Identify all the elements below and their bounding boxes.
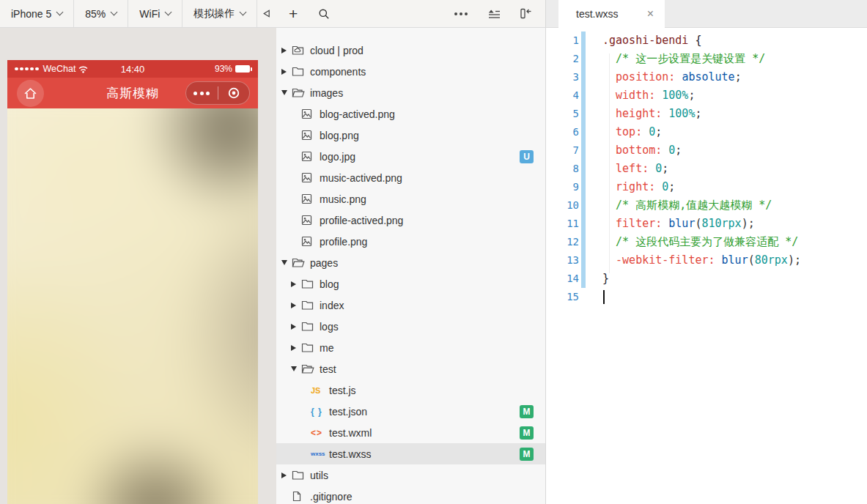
modified-line-indicator <box>581 50 586 68</box>
tree-item-label: logs <box>320 321 339 333</box>
tree-item-logs[interactable]: logs <box>276 316 545 337</box>
simulate-action-select[interactable]: 模拟操作 <box>182 0 257 27</box>
wxss-icon: wxss <box>311 451 329 457</box>
capsule-menu <box>185 81 250 105</box>
folder-icon <box>292 470 310 481</box>
tree-item--gitignore[interactable]: .gitignore <box>276 486 545 504</box>
tree-item-test-wxss[interactable]: wxsstest.wxssM <box>276 443 545 464</box>
more-button[interactable] <box>454 12 468 15</box>
modified-line-indicator <box>581 105 586 123</box>
device-select[interactable]: iPhone 5 <box>0 0 74 27</box>
signal-dots-icon <box>15 67 39 71</box>
js-icon: JS <box>311 386 329 395</box>
home-icon <box>23 87 37 100</box>
tree-item-pages[interactable]: pages <box>276 252 545 273</box>
file-icon <box>292 491 310 502</box>
zoom-select[interactable]: 85% <box>74 0 128 27</box>
folder-icon <box>301 278 320 289</box>
tree-item-label: profile-actived.png <box>320 215 403 226</box>
tree-item-profile-actived-png[interactable]: profile-actived.png <box>276 210 545 231</box>
tab-test-wxss[interactable]: test.wxss × <box>558 0 665 28</box>
line-number: 4 <box>546 86 579 105</box>
tree-item-label: .gitignore <box>310 491 353 503</box>
line-number: 7 <box>546 141 579 160</box>
folder-open-icon <box>292 87 310 98</box>
app-viewport-blurred-image[interactable] <box>7 108 258 504</box>
editor-tabbar: test.wxss × <box>546 0 867 28</box>
tree-item-test-js[interactable]: JStest.js <box>276 379 545 401</box>
modified-line-indicator <box>581 141 586 160</box>
cloud-folder-icon <box>292 45 310 56</box>
git-status-badge: U <box>520 150 534 163</box>
tree-item-label: blog-actived.png <box>320 108 395 120</box>
chevron-right-icon <box>281 69 287 75</box>
device-toolbar: iPhone 5 85% WiFi 模拟操作 <box>0 0 276 28</box>
line-number: 9 <box>546 178 579 196</box>
folder-icon <box>292 66 310 77</box>
home-button[interactable] <box>17 80 44 107</box>
folder-icon <box>301 342 320 353</box>
image-icon <box>301 215 320 226</box>
gaussian-blur-image <box>7 108 258 504</box>
code-line: right: 0; <box>602 178 675 196</box>
chevron-right-icon <box>291 345 296 351</box>
tree-item-label: test <box>320 363 336 375</box>
code-editor[interactable]: 1.gaoshi-bendi {2 /* 这一步设置是关键设置 */3 posi… <box>546 28 867 504</box>
code-line: top: 0; <box>602 123 662 141</box>
folder-open-icon <box>301 363 320 374</box>
tree-item-utils[interactable]: utils <box>276 464 545 486</box>
clock-label: 14:40 <box>121 64 145 75</box>
tree-item-label: test.wxss <box>329 448 372 460</box>
tree-item-blog-png[interactable]: blog.png <box>276 125 545 146</box>
tree-item-cloud-prod[interactable]: cloud | prod <box>276 40 545 61</box>
tree-item-music-png[interactable]: music.png <box>276 188 545 210</box>
collapse-all-button[interactable] <box>488 9 501 19</box>
collapse-panel-button[interactable] <box>520 8 532 19</box>
xml-icon: <> <box>311 428 329 438</box>
code-line: height: 100%; <box>602 105 701 123</box>
modified-line-indicator <box>581 86 586 105</box>
tree-item-label: index <box>320 300 344 311</box>
modified-line-indicator <box>581 251 586 270</box>
tree-item-images[interactable]: images <box>276 82 545 103</box>
chevron-right-icon <box>291 324 296 330</box>
tree-item-label: logo.jpg <box>320 151 355 163</box>
more-dots-button[interactable] <box>186 92 218 95</box>
tree-item-me[interactable]: me <box>276 337 545 358</box>
add-file-button[interactable]: + <box>289 6 298 21</box>
tree-item-index[interactable]: index <box>276 294 545 316</box>
chevron-down-icon <box>240 9 247 16</box>
tree-item-components[interactable]: components <box>276 61 545 82</box>
line-number: 15 <box>546 288 579 306</box>
image-icon <box>301 193 320 204</box>
line-number: 8 <box>546 160 579 178</box>
search-button[interactable] <box>318 8 330 20</box>
tree-item-test[interactable]: test <box>276 358 545 379</box>
tree-item-blog[interactable]: blog <box>276 273 545 294</box>
tree-item-label: me <box>320 342 333 354</box>
chevron-down-icon <box>111 9 118 16</box>
line-number: 13 <box>546 251 579 270</box>
code-line: } <box>602 270 609 288</box>
chevron-down-icon <box>281 90 287 95</box>
modified-line-indicator <box>581 196 586 215</box>
tree-item-label: components <box>310 66 366 78</box>
tree-item-label: utils <box>310 470 328 481</box>
tree-item-music-actived-png[interactable]: music-actived.png <box>276 167 545 188</box>
tree-item-test-json[interactable]: { }test.jsonM <box>276 401 545 422</box>
line-number: 12 <box>546 233 579 251</box>
modified-line-indicator <box>581 233 586 251</box>
close-icon[interactable]: × <box>647 8 654 20</box>
tree-item-logo-jpg[interactable]: logo.jpgU <box>276 146 545 167</box>
search-icon <box>318 8 330 20</box>
record-button[interactable] <box>218 86 250 100</box>
json-icon: { } <box>311 407 329 417</box>
code-line: /* 高斯模糊,值越大越模糊 */ <box>602 196 772 215</box>
network-select[interactable]: WiFi <box>128 0 182 27</box>
modified-line-indicator <box>581 215 586 233</box>
tree-item-label: blog.png <box>320 130 359 141</box>
expand-triangle-button[interactable] <box>257 0 276 27</box>
tree-item-blog-actived-png[interactable]: blog-actived.png <box>276 103 545 125</box>
tree-item-test-wxml[interactable]: <>test.wxmlM <box>276 422 545 443</box>
tree-item-profile-png[interactable]: profile.png <box>276 231 545 252</box>
